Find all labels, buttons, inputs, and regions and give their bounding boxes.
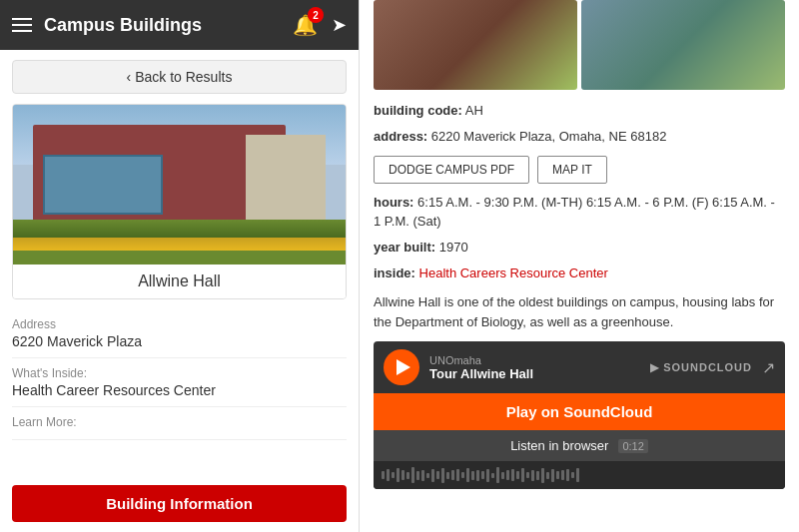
- building-image: [13, 105, 346, 265]
- building-description: Allwine Hall is one of the oldest buildi…: [374, 292, 785, 331]
- waveform-bar: [436, 471, 439, 479]
- soundcloud-player[interactable]: UNOmaha Tour Allwine Hall ▶ SOUNDCLOUD ↗…: [374, 341, 785, 489]
- year-built-row: year built: 1970: [374, 239, 785, 257]
- address-detail-label: address:: [374, 129, 427, 144]
- header: Campus Buildings 🔔 2 ➤: [0, 0, 359, 50]
- photo-strip: [374, 0, 785, 90]
- waveform-bar: [561, 470, 564, 480]
- waveform-bar: [501, 472, 504, 479]
- waveform-bar: [387, 469, 390, 481]
- back-to-results-button[interactable]: ‹ Back to Results: [12, 60, 347, 94]
- waveform-bar: [397, 468, 400, 482]
- waveform-bar: [446, 472, 449, 479]
- dodge-campus-pdf-button[interactable]: DODGE CAMPUS PDF: [374, 156, 529, 184]
- waveform-bar: [521, 468, 524, 482]
- waveform-bar: [496, 467, 499, 483]
- waveform-bar: [456, 469, 459, 481]
- waveform-bar: [451, 470, 454, 480]
- sc-username: UNOmaha: [429, 354, 640, 366]
- year-built-label: year built:: [374, 240, 435, 255]
- inside-detail-link[interactable]: Health Careers Resource Center: [419, 266, 608, 280]
- photo-thumb-1[interactable]: [374, 0, 577, 90]
- notification-badge: 2: [308, 7, 324, 23]
- waveform-bar: [481, 471, 484, 479]
- sc-top-bar: UNOmaha Tour Allwine Hall ▶ SOUNDCLOUD ↗: [374, 341, 785, 393]
- waveform-bar: [486, 469, 489, 482]
- address-detail-row: address: 6220 Maverick Plaza, Omaha, NE …: [374, 128, 785, 146]
- info-section: Address 6220 Maverick Plaza What's Insid…: [0, 309, 359, 475]
- learn-more-label: Learn More:: [12, 415, 347, 429]
- building-code-row: building code: AH: [374, 102, 785, 120]
- waveform-bar: [392, 472, 395, 478]
- waveform-bar: [382, 471, 385, 479]
- waveform-bar: [536, 471, 539, 480]
- sc-listen-text: Listen in browser: [510, 438, 608, 453]
- sc-external-link-icon[interactable]: ↗: [762, 358, 775, 377]
- year-built-value: 1970: [439, 240, 468, 255]
- photo-thumb-2[interactable]: [581, 0, 785, 90]
- hours-value: 6:15 A.M. - 9:30 P.M. (M-TH) 6:15 A.M. -…: [374, 195, 775, 228]
- waveform-bar: [466, 468, 469, 482]
- sc-listen-bar[interactable]: Listen in browser 0:12: [374, 430, 785, 461]
- waveform-bar: [421, 470, 424, 481]
- waveform-bar: [506, 470, 509, 480]
- waveform-bar: [406, 472, 409, 479]
- soundcloud-logo-text: ▶ SOUNDCLOUD: [650, 361, 752, 373]
- waveform-bar: [556, 471, 559, 479]
- building-card: Allwine Hall: [12, 104, 347, 299]
- waveform-bar: [576, 468, 579, 482]
- waveform-bar: [476, 470, 479, 481]
- notification-bell[interactable]: 🔔 2: [293, 13, 318, 37]
- sc-waveform: // Generate waveform bars const heights …: [374, 461, 785, 489]
- inside-detail-label: inside:: [374, 266, 415, 280]
- waveform-bar: [431, 469, 434, 482]
- waveform-bar: [441, 468, 444, 483]
- right-panel: building code: AH address: 6220 Maverick…: [360, 0, 799, 532]
- waveform-bar: [526, 472, 529, 478]
- map-it-button[interactable]: MAP IT: [537, 156, 607, 184]
- waveform-bar: [461, 472, 464, 478]
- address-label: Address: [12, 317, 347, 331]
- building-info-btn-container: Building Information: [12, 485, 347, 522]
- waveform-bar: [416, 471, 419, 480]
- waveform-bar: [471, 471, 474, 480]
- share-icon[interactable]: ➤: [332, 14, 347, 36]
- waveform-bar: [511, 469, 514, 481]
- sc-duration: 0:12: [618, 439, 647, 453]
- waveform-bar: [566, 469, 569, 481]
- building-code-value: AH: [465, 103, 483, 118]
- sc-track-title: Tour Allwine Hall: [429, 366, 640, 381]
- sc-play-button[interactable]: [384, 349, 419, 385]
- waveform-bar: [411, 467, 414, 483]
- soundcloud-logo: ▶ SOUNDCLOUD: [650, 361, 752, 374]
- address-row: Address 6220 Maverick Plaza: [12, 309, 347, 358]
- app-title: Campus Buildings: [44, 15, 293, 36]
- inside-label: What's Inside:: [12, 366, 347, 380]
- waveform-bar: [541, 468, 544, 483]
- waveform-bar: [571, 472, 574, 478]
- waveform-bar: [516, 471, 519, 479]
- left-panel: Campus Buildings 🔔 2 ➤ ‹ Back to Results…: [0, 0, 360, 532]
- waveform-bar: [401, 470, 404, 480]
- building-information-button[interactable]: Building Information: [12, 485, 347, 522]
- hours-label: hours:: [374, 195, 413, 210]
- building-name: Allwine Hall: [13, 265, 346, 298]
- address-detail-value: 6220 Maverick Plaza, Omaha, NE 68182: [431, 129, 667, 144]
- waveform-bar: [426, 473, 429, 478]
- waveform-bar: [531, 470, 534, 481]
- building-code-label: building code:: [374, 103, 462, 118]
- inside-row: What's Inside: Health Career Resources C…: [12, 358, 347, 407]
- sc-play-on-soundcloud-bar[interactable]: Play on SoundCloud: [374, 393, 785, 430]
- inside-value: Health Career Resources Center: [12, 382, 347, 398]
- learn-more-row: Learn More:: [12, 407, 347, 440]
- waveform-bar: [551, 469, 554, 482]
- action-buttons: DODGE CAMPUS PDF MAP IT: [374, 156, 785, 184]
- sc-play-bar-text: Play on SoundCloud: [506, 403, 653, 420]
- menu-icon[interactable]: [12, 18, 32, 32]
- waveform-bar: [491, 473, 494, 478]
- inside-detail-row: inside: Health Careers Resource Center: [374, 265, 785, 282]
- back-btn-container: ‹ Back to Results: [0, 50, 359, 104]
- sc-track-info: UNOmaha Tour Allwine Hall: [429, 354, 640, 381]
- waveform-bar: [546, 472, 549, 479]
- hours-row: hours: 6:15 A.M. - 9:30 P.M. (M-TH) 6:15…: [374, 194, 785, 230]
